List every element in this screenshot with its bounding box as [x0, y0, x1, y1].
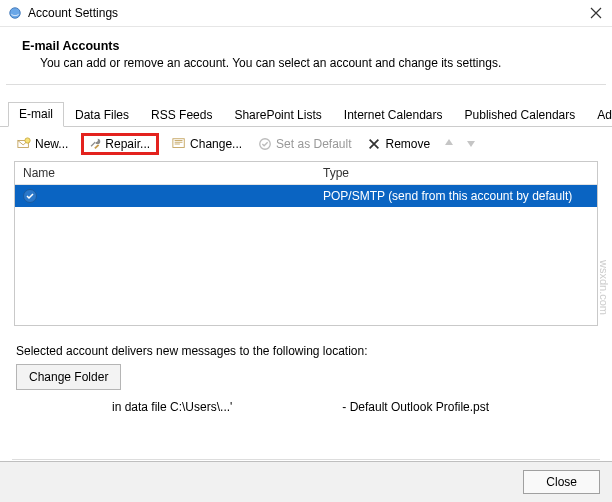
repair-button[interactable]: Repair... [81, 133, 159, 155]
svg-point-0 [10, 8, 21, 19]
repair-label: Repair... [105, 137, 150, 151]
default-account-icon [23, 189, 37, 203]
move-up-button [443, 137, 455, 152]
repair-icon [88, 137, 102, 151]
header-description: You can add or remove an account. You ca… [40, 56, 590, 70]
column-type[interactable]: Type [315, 162, 597, 184]
change-button[interactable]: Change... [169, 135, 245, 153]
remove-button[interactable]: Remove [364, 135, 433, 153]
delivery-text: Selected account delivers new messages t… [16, 344, 596, 358]
list-header: Name Type [15, 162, 597, 185]
delivery-section: Selected account delivers new messages t… [0, 326, 612, 422]
change-folder-button[interactable]: Change Folder [16, 364, 121, 390]
new-label: New... [35, 137, 68, 151]
watermark: wsxdn.com [598, 260, 610, 315]
change-label: Change... [190, 137, 242, 151]
new-mail-icon [17, 137, 31, 151]
tab-internet-calendars[interactable]: Internet Calendars [333, 103, 454, 127]
app-icon [8, 6, 22, 20]
tab-strip: E-mail Data Files RSS Feeds SharePoint L… [0, 85, 612, 127]
tab-published-calendars[interactable]: Published Calendars [454, 103, 587, 127]
row-type: POP/SMTP (send from this account by defa… [315, 185, 597, 207]
tab-email[interactable]: E-mail [8, 102, 64, 127]
remove-icon [367, 137, 381, 151]
list-row[interactable]: POP/SMTP (send from this account by defa… [15, 185, 597, 207]
titlebar: Account Settings [0, 0, 612, 27]
new-button[interactable]: New... [14, 135, 71, 153]
change-icon [172, 137, 186, 151]
column-name[interactable]: Name [15, 162, 315, 184]
set-default-label: Set as Default [276, 137, 351, 151]
tab-rss-feeds[interactable]: RSS Feeds [140, 103, 223, 127]
accounts-list[interactable]: Name Type POP/SMTP (send from this accou… [14, 161, 598, 326]
tab-sharepoint-lists[interactable]: SharePoint Lists [223, 103, 332, 127]
header-title: E-mail Accounts [22, 39, 590, 53]
tab-address-books[interactable]: Address Books [586, 103, 612, 127]
check-circle-icon [258, 137, 272, 151]
set-default-button: Set as Default [255, 135, 354, 153]
window-close-button[interactable] [590, 7, 602, 19]
svg-rect-3 [95, 144, 100, 149]
remove-label: Remove [385, 137, 430, 151]
header: E-mail Accounts You can add or remove an… [0, 27, 612, 84]
svg-point-2 [25, 138, 30, 143]
tab-data-files[interactable]: Data Files [64, 103, 140, 127]
toolbar: New... Repair... Change... Set as Defaul… [0, 127, 612, 161]
delivery-path-left: in data file C:\Users\...' [112, 400, 232, 414]
delivery-path-right: - Default Outlook Profile.pst [342, 400, 489, 414]
window-title: Account Settings [28, 6, 118, 20]
divider [12, 459, 600, 460]
move-down-button [465, 137, 477, 152]
footer: Close [0, 461, 612, 502]
close-button[interactable]: Close [523, 470, 600, 494]
